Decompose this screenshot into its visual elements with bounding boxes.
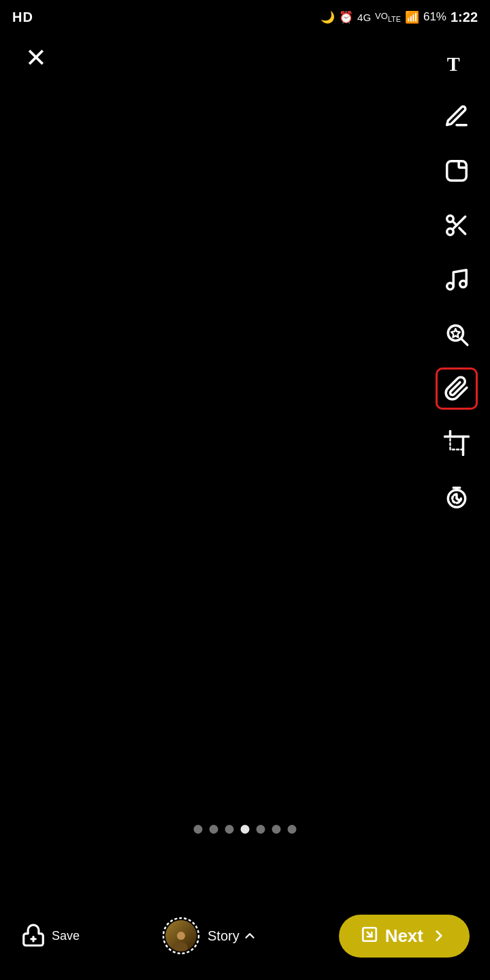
clock-icon: ⏰ [339,10,353,24]
svg-point-16 [177,932,185,940]
right-toolbar: T [436,41,478,519]
link-tool-button[interactable] [436,368,478,410]
crop-icon [444,430,470,456]
svg-line-5 [459,228,466,234]
network-4g: 4G [357,12,371,23]
svg-text:T: T [447,54,460,75]
music-icon [444,267,470,293]
text-icon: T [444,49,470,75]
scissors-icon [444,212,470,238]
text-tool-button[interactable]: T [436,41,478,83]
timer-icon [444,485,470,510]
dot-1 [194,825,203,834]
sticker-icon [444,158,470,184]
link-icon [444,376,470,402]
svg-rect-1 [447,161,467,181]
signal-icon: 📶 [405,10,419,24]
scissors-tool-button[interactable] [436,204,478,246]
hd-label: HD [12,10,33,25]
dot-7 [288,825,297,834]
alarm-icon: 🌙 [321,10,335,24]
sticker-tool-button[interactable] [436,150,478,192]
story-label: Story [208,928,240,944]
status-icons: 🌙 ⏰ 4G VOLTE 📶 61% 1:22 [321,10,478,25]
battery-label: 61% [423,10,446,24]
avatar-silhouette [169,927,193,951]
draw-icon [444,103,470,129]
svg-line-6 [453,221,457,225]
dot-3 [225,825,234,834]
svg-point-17 [174,943,188,951]
draw-tool-button[interactable] [436,95,478,137]
story-label-wrap: Story [208,928,257,944]
close-button[interactable]: ✕ [19,41,53,75]
save-button[interactable]: Save [20,923,80,949]
dot-indicators [194,825,297,834]
next-button[interactable]: Next [339,915,470,958]
music-tool-button[interactable] [436,259,478,301]
crop-tool-button[interactable] [436,422,478,464]
svg-point-7 [447,283,454,290]
timer-tool-button[interactable] [436,476,478,519]
story-chevron-icon [242,928,257,943]
next-arrow-icon [430,927,448,945]
time-label: 1:22 [451,10,478,25]
svg-point-8 [460,281,467,288]
svg-line-10 [461,339,468,345]
svg-rect-11 [451,437,463,450]
status-bar: HD 🌙 ⏰ 4G VOLTE 📶 61% 1:22 [0,0,490,34]
send-box-icon [361,926,378,946]
save-label: Save [52,929,80,943]
dot-4 [241,825,250,834]
repost-icon [444,321,470,347]
dot-6 [272,825,281,834]
dot-5 [257,825,265,834]
bottom-bar: Save Story [0,892,490,980]
story-button[interactable]: Story [161,916,257,956]
next-label: Next [385,926,423,947]
dot-2 [210,825,218,834]
close-icon: ✕ [25,45,47,71]
save-icon [20,923,46,949]
volte-icon: VOLTE [375,11,401,23]
repost-tool-button[interactable] [436,313,478,355]
